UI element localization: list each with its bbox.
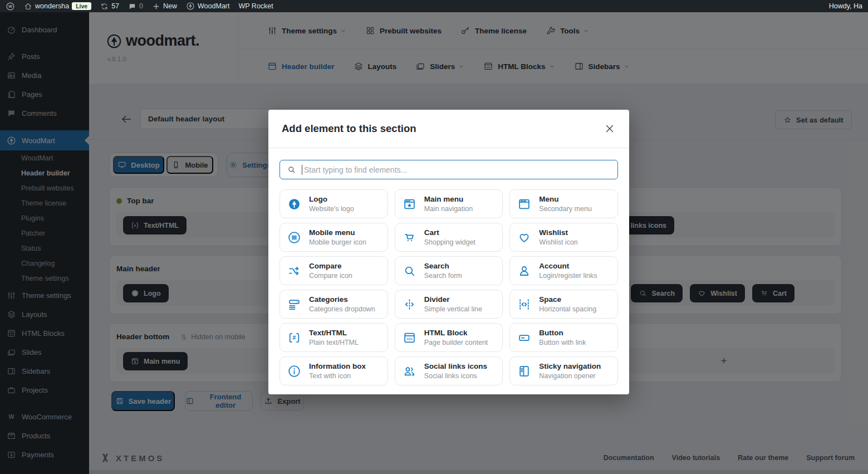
modal-title: Add element to this section bbox=[282, 123, 416, 135]
admin-bar-wp-rocket[interactable]: WP Rocket bbox=[238, 2, 273, 10]
element-card[interactable]: Categories Categories dropdown bbox=[279, 290, 388, 319]
wp-admin-bar: W wondersha Live 57 0 New WoodMart WP Ro… bbox=[0, 0, 868, 12]
element-card-text: Logo Website's logo bbox=[309, 194, 354, 213]
modal-body: Logo Website's logo Main menu Main navig… bbox=[268, 148, 629, 385]
element-card-icon bbox=[403, 231, 416, 245]
element-card[interactable]: Menu Secondary menu bbox=[509, 189, 618, 218]
element-card[interactable]: Main menu Main navigation bbox=[395, 189, 503, 218]
element-card[interactable]: Information box Text with icon bbox=[279, 356, 388, 385]
element-card[interactable]: Cart Shopping widget bbox=[395, 223, 503, 252]
element-card[interactable]: Compare Compare icon bbox=[279, 256, 388, 285]
element-card[interactable]: Sticky navigation Navigation opener bbox=[509, 356, 618, 385]
element-card-title: Categories bbox=[309, 295, 375, 305]
element-card-subtitle: Mobile burger icon bbox=[309, 238, 366, 247]
element-card-icon: # bbox=[287, 331, 301, 345]
element-card-text: Cart Shopping widget bbox=[424, 228, 475, 247]
element-card-title: Button bbox=[539, 328, 586, 338]
element-card-subtitle: Categories dropdown bbox=[309, 305, 375, 314]
element-card-text: Text/HTML Plain text/HTML bbox=[309, 328, 359, 347]
element-card-icon bbox=[517, 231, 531, 245]
element-card-title: Menu bbox=[539, 194, 592, 204]
element-card-subtitle: Login/register links bbox=[539, 271, 597, 280]
element-card-text: Information box Text with icon bbox=[309, 361, 366, 380]
element-card-text: Sticky navigation Navigation opener bbox=[539, 361, 601, 380]
element-card[interactable]: Divider Simple vertical line bbox=[395, 290, 503, 319]
element-card-icon: </> bbox=[403, 331, 416, 345]
site-name: wondersha bbox=[35, 2, 69, 10]
element-card-icon bbox=[287, 197, 301, 211]
element-card-text: Wishlist Wishlist icon bbox=[539, 228, 577, 247]
element-card-icon bbox=[517, 331, 531, 345]
element-card-subtitle: Simple vertical line bbox=[424, 305, 482, 314]
element-card-subtitle: Website's logo bbox=[309, 204, 354, 213]
element-card-icon bbox=[517, 364, 531, 378]
element-card-icon bbox=[517, 297, 531, 311]
wp-rocket-label: WP Rocket bbox=[238, 2, 273, 10]
updates-icon bbox=[100, 2, 109, 11]
element-card-title: Account bbox=[539, 261, 597, 271]
element-card-icon bbox=[287, 364, 301, 378]
element-search-box bbox=[279, 160, 618, 179]
element-card-text: Compare Compare icon bbox=[309, 261, 352, 280]
element-card-subtitle: Plain text/HTML bbox=[309, 338, 359, 347]
element-card-title: Cart bbox=[424, 228, 475, 238]
element-card[interactable]: Wishlist Wishlist icon bbox=[509, 223, 618, 252]
comments-bubble-icon bbox=[128, 2, 136, 11]
admin-bar-woodmart[interactable]: WoodMart bbox=[186, 2, 229, 11]
element-card[interactable]: Button Button with link bbox=[509, 323, 618, 352]
element-card-subtitle: Button with link bbox=[539, 338, 586, 347]
element-card-title: Mobile menu bbox=[309, 228, 366, 238]
element-card-title: Social links icons bbox=[424, 361, 487, 372]
element-card-text: Divider Simple vertical line bbox=[424, 295, 482, 314]
element-card[interactable]: Space Horizontal spacing bbox=[509, 290, 618, 319]
element-card[interactable]: Logo Website's logo bbox=[279, 189, 388, 218]
element-card-icon bbox=[287, 264, 301, 278]
element-card-text: Search Search form bbox=[424, 261, 462, 280]
wordpress-logo-icon[interactable]: W bbox=[6, 2, 15, 11]
element-card-subtitle: Social links icons bbox=[424, 372, 487, 380]
element-card-text: Social links icons Social links icons bbox=[424, 361, 487, 380]
element-card[interactable]: Account Login/register links bbox=[509, 256, 618, 285]
element-card-text: Button Button with link bbox=[539, 328, 586, 347]
element-card-subtitle: Text with icon bbox=[309, 372, 366, 380]
element-card-icon bbox=[287, 297, 301, 311]
svg-text:W: W bbox=[8, 4, 12, 9]
modal-header: Add element to this section bbox=[268, 110, 629, 148]
element-card-icon bbox=[403, 264, 416, 278]
add-element-modal: Add element to this section Logo Website… bbox=[268, 110, 629, 394]
page: W wondersha Live 57 0 New WoodMart WP Ro… bbox=[0, 0, 868, 474]
element-card-subtitle: Main navigation bbox=[424, 204, 473, 213]
element-card[interactable]: # Text/HTML Plain text/HTML bbox=[279, 323, 388, 352]
woodmart-icon bbox=[186, 2, 195, 11]
element-card-icon bbox=[517, 197, 531, 211]
element-card-text: Categories Categories dropdown bbox=[309, 295, 375, 314]
element-search-input[interactable] bbox=[302, 160, 617, 179]
element-card-title: Compare bbox=[309, 261, 352, 271]
element-card[interactable]: </> HTML Block Page builder content bbox=[395, 323, 503, 352]
admin-bar-comments[interactable]: 0 bbox=[128, 2, 143, 11]
search-icon bbox=[287, 165, 296, 174]
element-card[interactable]: Social links icons Social links icons bbox=[395, 356, 503, 385]
close-icon[interactable] bbox=[604, 123, 616, 135]
svg-text:</>: </> bbox=[406, 337, 412, 341]
live-badge: Live bbox=[72, 2, 91, 10]
element-card[interactable]: Search Search form bbox=[395, 256, 503, 285]
howdy-label[interactable]: Howdy, Ha bbox=[829, 2, 862, 10]
element-card-title: Search bbox=[424, 261, 462, 271]
element-card-text: Space Horizontal spacing bbox=[539, 295, 596, 314]
element-card[interactable]: Mobile menu Mobile burger icon bbox=[279, 223, 388, 252]
element-grid: Logo Website's logo Main menu Main navig… bbox=[279, 189, 618, 385]
element-card-text: Mobile menu Mobile burger icon bbox=[309, 228, 366, 247]
element-card-text: Menu Secondary menu bbox=[539, 194, 592, 213]
admin-bar-updates[interactable]: 57 bbox=[100, 2, 119, 11]
home-icon bbox=[24, 2, 32, 11]
comments-count: 0 bbox=[139, 2, 143, 10]
admin-bar-new[interactable]: New bbox=[152, 2, 177, 11]
admin-bar-site[interactable]: wondersha Live bbox=[24, 2, 91, 11]
plus-icon bbox=[152, 2, 160, 11]
element-card-title: Space bbox=[539, 295, 596, 305]
element-card-title: HTML Block bbox=[424, 328, 488, 338]
element-card-title: Wishlist bbox=[539, 228, 577, 238]
element-card-subtitle: Secondary menu bbox=[539, 204, 592, 213]
element-card-title: Sticky navigation bbox=[539, 361, 601, 372]
